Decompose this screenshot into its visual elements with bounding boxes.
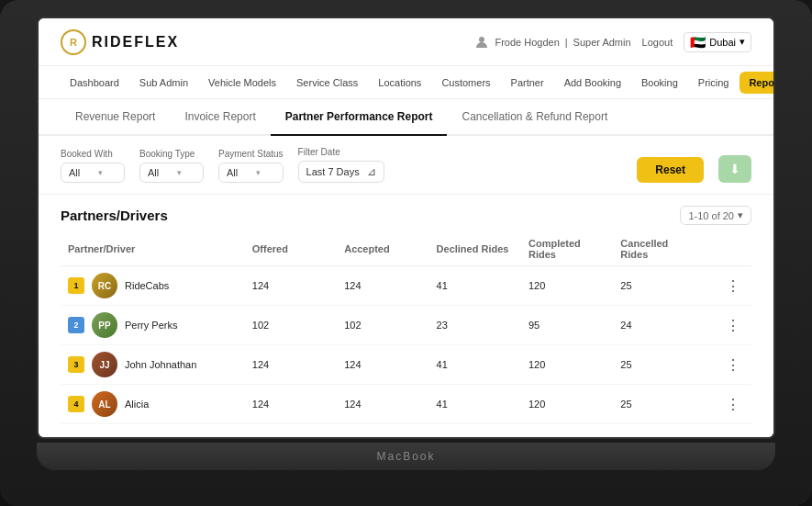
download-icon: ⬇ [729,162,740,176]
avatar: JJ [92,352,117,377]
chevron-down-icon: ▾ [98,168,103,177]
user-role: Super Admin [573,37,631,48]
main-nav: Dashboard Sub Admin Vehicle Models Servi… [39,66,773,99]
nav-customers[interactable]: Customers [432,72,499,94]
download-button[interactable]: ⬇ [718,155,751,183]
partner-name: Perry Perks [125,320,177,331]
laptop-base: MacBook [37,443,775,470]
col-cancelled: Cancelled Rides [613,232,705,266]
nav-locations[interactable]: Locations [369,72,430,94]
cell-completed: 120 [521,345,613,385]
cell-declined: 41 [429,385,521,424]
tab-invoice[interactable]: Invoice Report [170,99,270,136]
filter-booked-with-select[interactable]: All ▾ [61,163,125,183]
col-offered: Offered [245,232,337,266]
cell-offered: 124 [245,345,337,385]
cell-cancelled: 25 [613,345,705,385]
row-menu-button[interactable]: ⋮ [722,315,744,336]
cell-offered: 102 [245,306,337,345]
cell-offered: 124 [245,266,337,306]
reset-button[interactable]: Reset [637,157,704,183]
cell-partner: 1 RC RideCabs [61,266,245,306]
main-content: Revenue Report Invoice Report Partner Pe… [39,99,773,437]
filter-payment-status-select[interactable]: All ▾ [218,163,284,183]
chevron-down-icon: ▾ [740,36,745,48]
table-title: Partners/Drivers [61,208,168,223]
cell-accepted: 124 [337,385,428,424]
nav-subadmin[interactable]: Sub Admin [130,72,197,94]
user-icon [474,35,489,50]
cell-partner: 3 JJ John Johnathan [61,345,245,385]
cell-declined: 41 [429,266,521,306]
logout-button[interactable]: Logout [642,37,673,48]
table-header-row: Partners/Drivers 1-10 of 20 ▾ [61,206,751,225]
logo-text: RIDEFLEX [92,34,179,51]
region-label: Dubai [709,37,736,48]
cell-declined: 23 [429,306,521,345]
filter-booking-type-select[interactable]: All ▾ [139,163,204,183]
filters-bar: Booked With All ▾ Booking Type All ▾ [39,136,773,195]
nav-partner[interactable]: Partner [502,72,553,94]
avatar: RC [92,273,117,298]
svg-point-0 [479,37,484,42]
app-container: R RIDEFLEX Frode Hogden | Super Admin Lo… [39,18,773,437]
filter-booking-type-value: All [148,167,159,178]
partner-name: John Johnathan [125,359,196,370]
cell-offered: 124 [245,385,337,424]
cell-partner: 2 PP Perry Perks [61,306,245,345]
tab-partner-performance[interactable]: Partner Performance Report [271,99,448,136]
cell-completed: 120 [521,266,613,306]
tab-cancellation[interactable]: Cancellation & Refund Report [447,99,622,136]
header-right: Frode Hogden | Super Admin Logout 🇦🇪 Dub… [474,32,751,52]
region-selector[interactable]: 🇦🇪 Dubai ▾ [684,32,751,52]
rank-badge: 1 [68,277,84,294]
col-completed: Completed Rides [521,232,613,266]
cell-completed: 95 [521,306,613,345]
app-header: R RIDEFLEX Frode Hogden | Super Admin Lo… [39,18,773,66]
cell-accepted: 124 [337,266,428,306]
cell-completed: 120 [521,385,613,424]
row-menu-button[interactable]: ⋮ [722,354,744,376]
report-tabs: Revenue Report Invoice Report Partner Pe… [39,99,773,136]
filter-booking-type-label: Booking Type [139,149,204,159]
filter-booked-with-value: All [69,167,80,178]
filter-payment-status-label: Payment Status [218,149,284,159]
pagination-info[interactable]: 1-10 of 20 ▾ [680,206,751,225]
col-actions [706,232,751,266]
laptop-frame: R RIDEFLEX Frode Hogden | Super Admin Lo… [0,0,812,506]
cell-accepted: 124 [337,345,428,385]
nav-reports[interactable]: Reports [740,72,775,94]
nav-vehicle-models[interactable]: Vehicle Models [199,72,285,94]
funnel-icon: ⊿ [367,165,376,178]
table-area: Partners/Drivers 1-10 of 20 ▾ Partner/Dr… [39,195,773,424]
rank-badge: 3 [68,356,84,373]
logo-area: R RIDEFLEX [61,29,179,55]
cell-actions: ⋮ [706,345,751,385]
cell-accepted: 102 [337,306,428,345]
tab-revenue[interactable]: Revenue Report [61,99,170,136]
cell-partner: 4 AL Alicia [61,385,245,424]
row-menu-button[interactable]: ⋮ [722,394,744,415]
table-row: 4 AL Alicia 124 124 41 120 25 ⋮ [61,385,751,424]
nav-dashboard[interactable]: Dashboard [61,72,128,94]
nav-add-booking[interactable]: Add Booking [555,72,630,94]
nav-pricing[interactable]: Pricing [689,72,739,94]
cell-cancelled: 25 [613,266,705,306]
partner-name: RideCabs [125,280,169,291]
laptop-brand-label: MacBook [376,450,435,463]
avatar: AL [92,391,117,417]
nav-booking[interactable]: Booking [632,72,687,94]
user-info: Frode Hogden | Super Admin [474,35,630,50]
rank-badge: 4 [68,396,84,412]
laptop-screen: R RIDEFLEX Frode Hogden | Super Admin Lo… [37,17,775,439]
table-row: 1 RC RideCabs 124 124 41 120 25 ⋮ [61,266,751,306]
cell-declined: 41 [429,345,521,385]
filter-date-select[interactable]: Last 7 Days ⊿ [298,161,384,183]
filter-date-value: Last 7 Days [306,166,360,177]
row-menu-button[interactable]: ⋮ [722,275,744,297]
filter-date: Filter Date Last 7 Days ⊿ [298,147,384,183]
rank-badge: 2 [68,317,84,333]
table-row: 2 PP Perry Perks 102 102 23 95 24 ⋮ [61,306,751,345]
nav-service-class[interactable]: Service Class [287,72,367,94]
col-declined: Declined Rides [429,232,521,266]
